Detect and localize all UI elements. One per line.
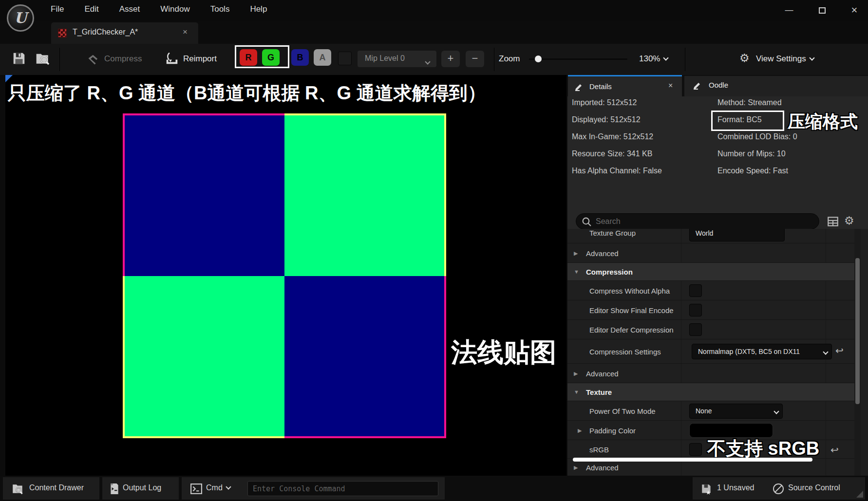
texture-viewport: 只压缩了 R、G 通道（B通道可根据 R、G 通道求解得到） bbox=[5, 75, 566, 476]
texture-quadrant-top-left bbox=[123, 113, 284, 276]
asset-tab[interactable]: T_GridChecker_A* × bbox=[51, 22, 198, 44]
chevron-down-icon bbox=[774, 408, 779, 414]
cmd-dropdown[interactable]: Cmd bbox=[206, 483, 230, 492]
expanded-triangle-icon[interactable]: ▼ bbox=[574, 269, 579, 275]
texture-quadrant-bottom-right bbox=[284, 276, 446, 438]
format-annotation-text: 压缩格式 bbox=[788, 110, 858, 134]
info-format: Format: BC5 bbox=[717, 115, 762, 124]
zoom-slider[interactable] bbox=[529, 58, 627, 60]
console-input-wrap bbox=[247, 481, 438, 496]
details-tab-close-icon[interactable]: × bbox=[668, 81, 673, 90]
power-of-two-mode-dropdown[interactable]: None bbox=[689, 404, 783, 419]
collapsed-triangle-icon[interactable]: ▶ bbox=[578, 427, 582, 433]
info-has-alpha: Has Alpha Channel: False bbox=[572, 167, 662, 175]
property-row-editor-defer-compression[interactable]: Editor Defer Compression bbox=[567, 320, 854, 339]
revert-icon[interactable]: ↩ bbox=[835, 345, 844, 356]
compression-settings-dropdown[interactable]: Normalmap (DXT5, BC5 on DX11 bbox=[692, 344, 832, 359]
gear-icon: ⚙ bbox=[739, 52, 750, 65]
compress-without-alpha-checkbox[interactable] bbox=[689, 284, 702, 297]
info-max-ingame: Max In-Game: 512x512 bbox=[572, 132, 653, 141]
zoom-slider-knob[interactable] bbox=[535, 56, 542, 62]
oodle-pencil-icon bbox=[692, 81, 702, 91]
save-icon[interactable] bbox=[12, 51, 26, 66]
revert-icon[interactable]: ↩ bbox=[830, 444, 839, 456]
tab-details[interactable]: Details × bbox=[568, 75, 682, 96]
property-row-power-of-two-mode[interactable]: Power Of Two Mode None bbox=[567, 401, 854, 421]
oodle-tab-label: Oodle bbox=[709, 81, 728, 89]
info-resource-size: Resource Size: 341 KB bbox=[572, 149, 652, 158]
channel-a-button[interactable]: A bbox=[314, 49, 331, 66]
property-row-texture-group[interactable]: Texture Group World bbox=[567, 229, 854, 243]
reimport-button[interactable]: Reimport bbox=[183, 54, 217, 64]
property-row-editor-show-final-encode[interactable]: Editor Show Final Encode bbox=[567, 300, 854, 320]
toolbar-separator bbox=[494, 48, 494, 71]
srgb-checkbox[interactable] bbox=[689, 443, 702, 456]
normal-map-annotation-text: 法线贴图 bbox=[451, 335, 556, 371]
menu-tools[interactable]: Tools bbox=[210, 4, 230, 14]
property-row-compression-settings[interactable]: Compression Settings Normalmap (DXT5, BC… bbox=[567, 339, 854, 364]
output-log-button[interactable]: Output Log bbox=[102, 477, 179, 500]
menu-file[interactable]: File bbox=[51, 4, 64, 14]
menu-help[interactable]: Help bbox=[250, 4, 267, 14]
mip-minus-button[interactable]: − bbox=[466, 51, 484, 67]
output-log-icon bbox=[109, 483, 120, 495]
srgb-annotation-underline bbox=[573, 458, 812, 462]
asset-tab-close-icon[interactable]: × bbox=[183, 27, 188, 37]
toolbar-separator bbox=[59, 48, 60, 71]
mip-checkbox[interactable] bbox=[338, 52, 352, 65]
expanded-triangle-icon[interactable]: ▼ bbox=[574, 389, 579, 395]
texture-group-dropdown[interactable]: World bbox=[689, 229, 785, 241]
details-pencil-icon bbox=[574, 82, 584, 92]
source-control-button[interactable]: Source Control bbox=[788, 483, 840, 492]
collapsed-triangle-icon[interactable]: ▶ bbox=[574, 250, 578, 256]
display-filter-icon[interactable] bbox=[827, 215, 839, 228]
console-command-input[interactable] bbox=[253, 482, 433, 495]
compress-without-alpha-label: Compress Without Alpha bbox=[589, 286, 670, 295]
unsaved-icon bbox=[700, 483, 713, 496]
resize-grip[interactable] bbox=[856, 491, 863, 498]
content-drawer-button[interactable]: Content Drawer bbox=[3, 477, 99, 500]
properties-scrollbar-thumb[interactable] bbox=[855, 258, 860, 404]
mip-plus-button[interactable]: + bbox=[441, 51, 460, 67]
info-num-mips: Number of Mips: 10 bbox=[717, 149, 786, 158]
editor-defer-compression-label: Editor Defer Compression bbox=[589, 325, 674, 334]
collapsed-triangle-icon[interactable]: ▶ bbox=[574, 370, 578, 376]
title-bar: File Edit Asset Window Tools Help — × bbox=[0, 0, 868, 21]
channel-b-button[interactable]: B bbox=[291, 49, 309, 66]
browse-to-asset-icon[interactable] bbox=[35, 51, 51, 66]
texture-preview-image bbox=[123, 113, 446, 438]
minimize-button[interactable]: — bbox=[777, 0, 801, 20]
details-tab-strip: Details × Oodle bbox=[567, 75, 868, 96]
editor-show-final-encode-checkbox[interactable] bbox=[689, 304, 702, 316]
menu-window[interactable]: Window bbox=[160, 4, 189, 14]
maximize-button[interactable] bbox=[811, 0, 834, 20]
compression-settings-label: Compression Settings bbox=[589, 347, 661, 355]
section-header-compression[interactable]: ▼ Compression bbox=[567, 263, 854, 281]
collapsed-triangle-icon[interactable]: ▶ bbox=[574, 464, 578, 470]
tab-oodle[interactable]: Oodle bbox=[684, 76, 868, 96]
property-row-advanced[interactable]: ▶ Advanced bbox=[567, 364, 854, 383]
compress-button[interactable]: Compress bbox=[104, 54, 142, 64]
search-input[interactable] bbox=[596, 215, 810, 228]
info-encode-speed: Encode Speed: Fast bbox=[717, 167, 788, 175]
property-row-compress-without-alpha[interactable]: Compress Without Alpha bbox=[567, 281, 854, 300]
status-right-section: 1 Unsaved Source Control bbox=[693, 477, 865, 500]
channel-r-button[interactable]: R bbox=[240, 49, 257, 66]
channel-g-button[interactable]: G bbox=[262, 49, 280, 66]
padding-color-swatch[interactable] bbox=[689, 423, 773, 438]
unsaved-button[interactable]: 1 Unsaved bbox=[717, 483, 755, 492]
property-row-advanced[interactable]: ▶ Advanced bbox=[567, 243, 854, 263]
details-settings-gear-icon[interactable]: ⚙ bbox=[844, 214, 854, 227]
mip-level-dropdown[interactable]: Mip Level 0 bbox=[358, 51, 436, 67]
menu-edit[interactable]: Edit bbox=[84, 4, 98, 14]
editor-defer-compression-checkbox[interactable] bbox=[689, 323, 702, 336]
mip-level-value: Mip Level 0 bbox=[365, 54, 405, 63]
search-bar bbox=[576, 213, 819, 229]
zoom-percent-dropdown[interactable]: 130% bbox=[639, 54, 668, 64]
close-button[interactable]: × bbox=[843, 0, 866, 20]
view-settings-dropdown[interactable]: View Settings bbox=[756, 54, 814, 64]
section-header-texture[interactable]: ▼ Texture bbox=[567, 383, 854, 401]
menu-asset[interactable]: Asset bbox=[119, 4, 140, 14]
advanced-label: Advanced bbox=[586, 249, 619, 257]
details-tab-label: Details bbox=[589, 82, 612, 91]
